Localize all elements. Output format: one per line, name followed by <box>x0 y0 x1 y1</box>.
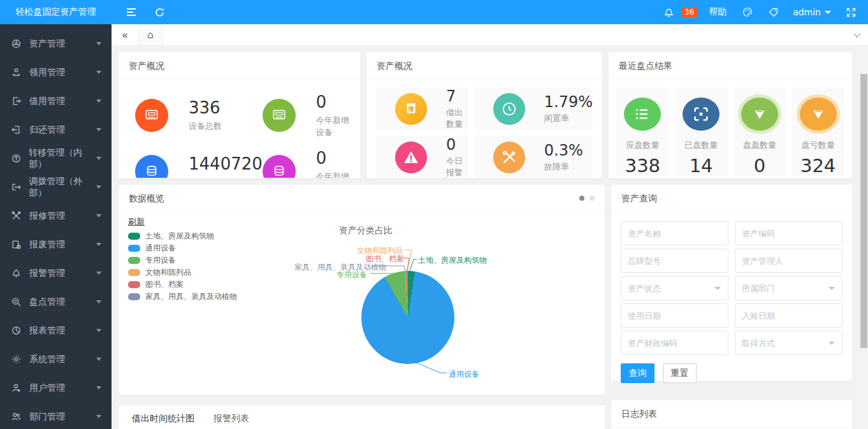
tag-icon[interactable] <box>763 0 783 24</box>
asset-code-input[interactable] <box>735 221 843 245</box>
sidebar-item-report-mgmt[interactable]: 报表管理 <box>0 316 112 345</box>
stat-label: 盘盈数量 <box>743 140 776 151</box>
brand-model-input[interactable] <box>621 249 728 273</box>
stat-label: 今日报警 <box>446 156 468 178</box>
app-window: 轻松盘固定资产管理 36 帮助 admin <box>0 0 868 429</box>
sidebar: 资产管理 领用管理 借用管理 归还管理 转移管理（内部） <box>0 24 112 429</box>
carousel-dot-2[interactable] <box>590 196 595 201</box>
fullscreen-icon[interactable] <box>841 0 860 24</box>
field-entry-date <box>735 303 843 328</box>
sidebar-item-department-mgmt[interactable]: 部门管理 <box>0 402 112 429</box>
asset-status-select[interactable] <box>621 276 728 300</box>
sidebar-item-transfer-mgmt[interactable]: 转移管理（内部） <box>0 144 112 173</box>
legend-item[interactable]: 家具、用具、装具及动植物 <box>128 291 237 303</box>
app-title: 轻松盘固定资产管理 <box>0 6 112 18</box>
user-menu[interactable]: admin <box>789 7 835 17</box>
pie-label: 土地、房屋及构筑物 <box>418 255 487 266</box>
legend-item[interactable]: 通用设备 <box>128 242 237 254</box>
stat-value: 0 <box>316 149 354 168</box>
search-button[interactable]: 查询 <box>621 363 655 383</box>
chevron-down-icon <box>96 272 101 275</box>
bell-icon[interactable] <box>660 0 679 24</box>
theme-palette-icon[interactable] <box>738 0 757 24</box>
sidebar-item-alarm-mgmt[interactable]: 报警管理 <box>0 259 112 287</box>
notification-badge[interactable]: 36 <box>681 7 697 17</box>
asset-manager-input[interactable] <box>735 249 843 273</box>
asset-query-card: 资产查询 <box>611 185 852 381</box>
sidebar-item-label: 报废管理 <box>29 239 65 251</box>
legend-item[interactable]: 专用设备 <box>128 254 237 266</box>
home-tab[interactable]: ⌂ <box>138 24 163 45</box>
stat-value: 0.3% <box>544 142 583 159</box>
carousel-dots <box>579 196 595 201</box>
sidebar-item-allocate-mgmt[interactable]: 调拨管理（外部） <box>0 173 112 201</box>
menu-collapse-icon[interactable] <box>122 0 141 24</box>
sidebar-item-user-mgmt[interactable]: 用户管理 <box>0 374 112 402</box>
svg-text:借: 借 <box>407 105 414 112</box>
card-title: 资产查询 <box>621 185 657 212</box>
sidebar-item-repair-mgmt[interactable]: 报修管理 <box>0 201 112 230</box>
legend-swatch <box>128 281 140 288</box>
tab-alarm-list[interactable]: 报警列表 <box>204 405 259 429</box>
inventory-result-card: 最近盘点结果 应盘数量 338 已盘数量 14 <box>609 52 852 178</box>
asset-name-input[interactable] <box>621 221 728 245</box>
sidebar-item-borrow-mgmt[interactable]: 借用管理 <box>0 87 112 115</box>
home-icon: ⌂ <box>147 29 154 41</box>
help-link[interactable]: 帮助 <box>704 6 732 18</box>
report-pie-icon <box>11 326 22 336</box>
legend-item[interactable]: 图书、档案 <box>128 279 237 291</box>
chevron-down-icon <box>96 329 101 332</box>
legend-swatch <box>128 245 140 252</box>
refresh-icon[interactable] <box>150 0 169 24</box>
sidebar-item-asset-mgmt[interactable]: 资产管理 <box>0 29 112 58</box>
legend-item[interactable]: 文物和陈列品 <box>128 266 237 279</box>
stat-label: 设备总价值 <box>189 176 236 178</box>
sidebar-item-inventory-mgmt[interactable]: 盘点管理 <box>0 287 112 316</box>
stat-value: 324 <box>800 155 835 177</box>
stat-expected-count: 应盘数量 338 <box>616 87 669 177</box>
department-select[interactable] <box>735 276 843 300</box>
scrollbar-thumb[interactable] <box>860 74 867 348</box>
borrow-icon <box>11 96 22 106</box>
entry-date-input[interactable] <box>735 303 843 328</box>
pie-chart[interactable] <box>361 271 454 364</box>
stat-value: 14 <box>690 155 713 177</box>
tab-lend-time-chart[interactable]: 借出时间统计图 <box>122 405 204 429</box>
pie-label: 通用设备 <box>449 369 479 380</box>
topbar: 轻松盘固定资产管理 36 帮助 admin <box>0 0 868 24</box>
chevron-down-icon <box>96 71 101 74</box>
stat-label: 应盘数量 <box>626 140 659 151</box>
fiscal-code-input[interactable] <box>621 331 728 355</box>
carousel-dot-1[interactable] <box>579 196 584 201</box>
stat-value: 0 <box>316 92 354 112</box>
stat-today-alarms: 0今日报警 <box>376 136 468 178</box>
sidebar-item-receive-mgmt[interactable]: 领用管理 <box>0 58 112 87</box>
use-date-input[interactable] <box>621 303 728 328</box>
sidebar-item-label: 资产管理 <box>29 38 65 50</box>
sidebar-item-scrap-mgmt[interactable]: 报废管理 <box>0 230 112 259</box>
sidebar-item-system-mgmt[interactable]: 系统管理 <box>0 345 112 374</box>
stat-label: 盘亏数量 <box>802 140 835 151</box>
field-asset-status <box>621 276 728 300</box>
acquire-method-select[interactable] <box>735 331 843 355</box>
field-asset-code <box>735 221 843 245</box>
chart-legend: 土地、房屋及构筑物 通用设备 专用设备 文物和陈列品 图书、档案 家具、用具、装… <box>128 230 237 303</box>
vertical-scrollbar[interactable] <box>860 46 868 429</box>
pie-label: 专用设备 <box>336 270 367 280</box>
refresh-link[interactable]: 刷新 <box>128 216 145 228</box>
card-title: 最近盘点结果 <box>619 52 672 79</box>
scan-icon <box>683 98 720 131</box>
stat-counted: 已盘数量 14 <box>675 87 728 177</box>
tabs-more-button[interactable] <box>846 24 868 45</box>
stat-label: 借出数量 <box>446 107 468 130</box>
tabs-collapse-button[interactable]: « <box>112 24 138 45</box>
field-brand-model <box>621 249 728 273</box>
legend-item[interactable]: 土地、房屋及构筑物 <box>128 230 237 242</box>
stat-lent-count: 借 7借出数量 <box>376 87 468 130</box>
reset-button[interactable]: 重置 <box>663 363 697 383</box>
sidebar-item-return-mgmt[interactable]: 归还管理 <box>0 115 112 144</box>
sidebar-item-label: 报警管理 <box>29 268 65 279</box>
dashboard-content: 资产概况 336设备总数 0今年新增设备 <box>112 46 868 429</box>
stat-label: 今年新增设备 <box>316 114 354 139</box>
sidebar-item-label: 报表管理 <box>29 325 65 337</box>
